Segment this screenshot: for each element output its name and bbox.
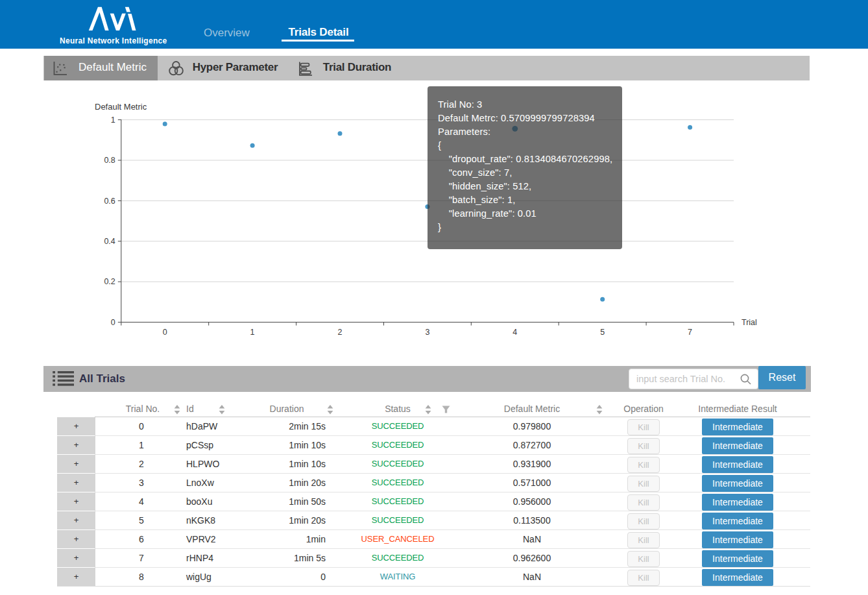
svg-text:5: 5 — [600, 328, 605, 337]
svg-text:0: 0 — [163, 328, 167, 337]
svg-text:0.2: 0.2 — [104, 277, 115, 286]
svg-text:Default Metric: Default Metric — [95, 102, 147, 112]
svg-text:7: 7 — [688, 328, 692, 337]
svg-text:2: 2 — [338, 328, 343, 337]
svg-text:1: 1 — [111, 115, 115, 125]
svg-text:0.8: 0.8 — [104, 156, 115, 165]
svg-text:Trial: Trial — [741, 318, 757, 327]
svg-text:0.4: 0.4 — [104, 237, 115, 246]
svg-text:0.6: 0.6 — [104, 197, 115, 206]
svg-text:3: 3 — [425, 328, 429, 337]
svg-text:0: 0 — [111, 318, 115, 327]
svg-text:1: 1 — [250, 328, 255, 337]
svg-text:4: 4 — [512, 328, 517, 337]
